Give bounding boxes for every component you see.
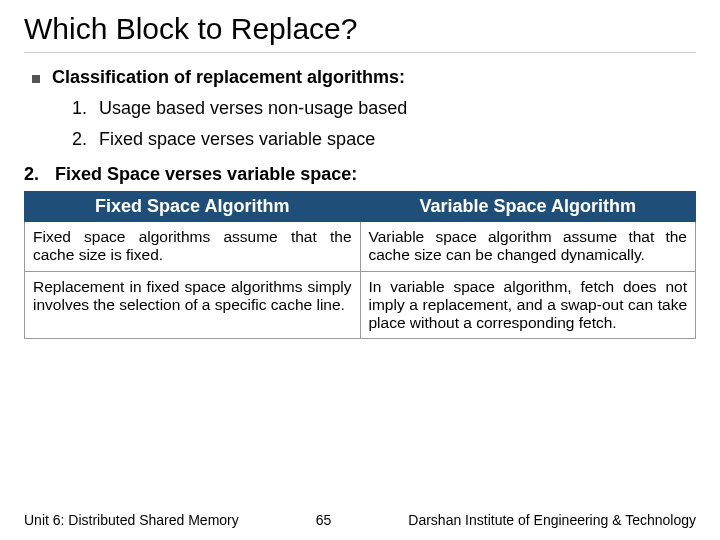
section-text: Fixed Space verses variable space:	[55, 164, 357, 184]
item1-num: 1.	[72, 98, 94, 119]
bullet-text: Classification of replacement algorithms…	[52, 67, 405, 88]
section-heading: 2. Fixed Space verses variable space:	[24, 164, 696, 185]
item2-text: Fixed space verses variable space	[99, 129, 375, 149]
item2-num: 2.	[72, 129, 94, 150]
cell-r2c1: Replacement in fixed space algorithms si…	[25, 271, 361, 339]
cell-r1c2: Variable space algorithm assume that the…	[360, 222, 696, 272]
footer-page-number: 65	[316, 512, 332, 528]
table-header-row: Fixed Space Algorithm Variable Space Alg…	[25, 192, 696, 222]
list-item-1: 1. Usage based verses non-usage based	[72, 98, 696, 119]
footer-right: Darshan Institute of Engineering & Techn…	[408, 512, 696, 528]
square-bullet-icon	[32, 75, 40, 83]
slide-title: Which Block to Replace?	[24, 12, 696, 53]
list-item-2: 2. Fixed space verses variable space	[72, 129, 696, 150]
cell-r2c2: In variable space algorithm, fetch does …	[360, 271, 696, 339]
table-row: Fixed space algorithms assume that the c…	[25, 222, 696, 272]
cell-r1c1: Fixed space algorithms assume that the c…	[25, 222, 361, 272]
section-num: 2.	[24, 164, 50, 185]
bullet-classification: Classification of replacement algorithms…	[32, 67, 696, 88]
comparison-table: Fixed Space Algorithm Variable Space Alg…	[24, 191, 696, 339]
footer-left: Unit 6: Distributed Shared Memory	[24, 512, 239, 528]
item1-text: Usage based verses non-usage based	[99, 98, 407, 118]
th-fixed: Fixed Space Algorithm	[25, 192, 361, 222]
footer: Unit 6: Distributed Shared Memory 65 Dar…	[0, 512, 720, 528]
th-variable: Variable Space Algorithm	[360, 192, 696, 222]
table-row: Replacement in fixed space algorithms si…	[25, 271, 696, 339]
